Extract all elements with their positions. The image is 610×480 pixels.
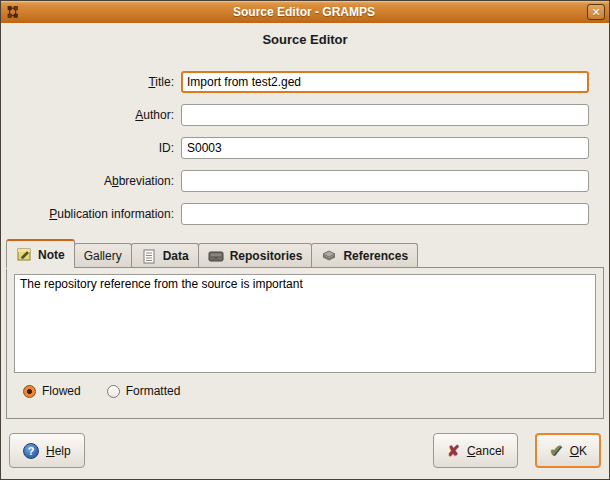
- source-editor-window: Source Editor - GRAMPS ✕ Source Editor T…: [0, 0, 610, 480]
- author-row: Author:: [7, 104, 589, 126]
- cancel-button[interactable]: ✘ Cancel: [433, 433, 518, 468]
- tab-repositories-label: Repositories: [230, 249, 303, 263]
- id-input[interactable]: [181, 137, 589, 159]
- tab-note[interactable]: Note: [6, 239, 75, 268]
- note-icon: [16, 247, 32, 263]
- tab-data[interactable]: Data: [131, 243, 199, 268]
- gramps-window-icon: [5, 4, 21, 20]
- id-label: ID:: [7, 141, 181, 155]
- radio-formatted-icon: [107, 385, 120, 398]
- publication-label: Publication information:: [7, 207, 181, 221]
- cancel-icon: ✘: [447, 443, 460, 458]
- ok-button-label: OK: [570, 444, 587, 458]
- source-form: Title: Author: ID: Abbreviation: Publica…: [1, 71, 609, 225]
- author-input[interactable]: [181, 104, 589, 126]
- tab-bar: Note Gallery Data: [6, 239, 604, 268]
- note-textarea[interactable]: The repository reference from the source…: [14, 274, 596, 373]
- tab-references-label: References: [343, 249, 408, 263]
- references-icon: [321, 248, 337, 264]
- radio-flowed-label: Flowed: [42, 384, 81, 398]
- radio-formatted-label: Formatted: [126, 384, 181, 398]
- abbreviation-input[interactable]: [181, 170, 589, 192]
- data-icon: [141, 248, 157, 264]
- publication-row: Publication information:: [7, 203, 589, 225]
- help-button[interactable]: ? Help: [9, 433, 85, 468]
- tab-gallery-label: Gallery: [84, 249, 122, 263]
- tab-gallery[interactable]: Gallery: [74, 243, 132, 268]
- close-button[interactable]: ✕: [587, 4, 605, 20]
- title-label: Title:: [7, 75, 181, 89]
- author-label: Author:: [7, 108, 181, 122]
- title-row: Title:: [7, 71, 589, 93]
- radio-flowed[interactable]: Flowed: [23, 384, 81, 398]
- tab-note-label: Note: [38, 248, 65, 262]
- radio-formatted[interactable]: Formatted: [107, 384, 181, 398]
- note-format-radios: Flowed Formatted: [23, 384, 596, 398]
- titlebar[interactable]: Source Editor - GRAMPS ✕: [1, 1, 609, 23]
- tab-references[interactable]: References: [311, 243, 418, 268]
- title-input[interactable]: [181, 71, 589, 93]
- dialog-button-row: ? Help ✘ Cancel ✔ OK: [1, 419, 609, 468]
- note-tab-panel: The repository reference from the source…: [6, 267, 604, 419]
- id-row: ID:: [7, 137, 589, 159]
- ok-button[interactable]: ✔ OK: [535, 433, 601, 468]
- help-icon: ?: [23, 443, 39, 459]
- window-title: Source Editor - GRAMPS: [21, 5, 587, 19]
- tab-repositories[interactable]: Repositories: [198, 243, 313, 268]
- help-button-label: Help: [46, 444, 71, 458]
- cancel-button-label: Cancel: [467, 444, 504, 458]
- repository-icon: [208, 248, 224, 264]
- radio-flowed-icon: [23, 385, 36, 398]
- tab-data-label: Data: [163, 249, 189, 263]
- notebook: Note Gallery Data: [6, 239, 604, 419]
- close-icon: ✕: [591, 7, 600, 18]
- ok-icon: ✔: [549, 443, 562, 459]
- publication-input[interactable]: [181, 203, 589, 225]
- abbreviation-label: Abbreviation:: [7, 174, 181, 188]
- abbreviation-row: Abbreviation:: [7, 170, 589, 192]
- page-title: Source Editor: [1, 23, 609, 71]
